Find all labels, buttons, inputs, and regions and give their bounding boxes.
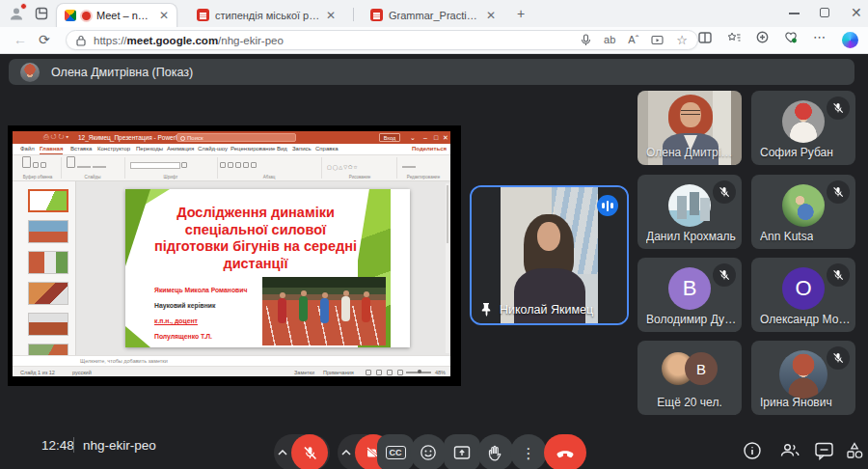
tab-title: стипендія міської ради.PDF [215,10,320,21]
participant-tile-irina[interactable]: Ірина Янович [751,341,855,415]
settings-more-icon[interactable]: ⋯ [813,31,826,43]
slide-author-line: Науковий керівник [154,302,215,309]
view-slideshow-icon [397,370,403,375]
slide-decoration [125,326,150,347]
slide-thumbnail-5 [28,313,68,336]
favorites-icon[interactable] [727,31,741,43]
back-icon[interactable]: ← [14,32,27,47]
window-minimize-button[interactable] [789,13,800,14]
participant-tile-ann[interactable]: Ann Kutsa [751,175,855,249]
more-options-button[interactable]: ⋮ [510,434,547,469]
tab-close-icon[interactable]: ✕ [159,10,169,21]
browser-toolbar: ← ⟳ https://meet.google.com/nhg-ekir-peo… [0,27,868,54]
runner-figure [320,298,329,323]
split-screen-icon[interactable] [698,32,712,43]
profile-icon[interactable] [8,5,25,22]
pin-icon[interactable] [480,302,493,317]
voice-search-icon[interactable] [581,34,591,46]
participant-letter-avatar: О [782,267,825,310]
tab-meet[interactable]: Meet – nhg-ekir-peo ✕ [56,3,177,27]
participant-tile-overflow[interactable]: В Ещё 20 чел. [637,341,742,415]
video-enhance-icon[interactable] [651,35,664,45]
runner-figure [278,298,286,323]
view-sorter-icon [376,370,382,375]
end-call-button[interactable] [544,434,586,469]
participant-name: Олександр Мона... [760,313,852,326]
ppt-scrollbar [446,183,449,353]
present-button[interactable] [444,434,480,469]
new-tab-button[interactable]: + [517,6,525,21]
presenter-name: Олена Дмитрівна (Показ) [51,66,193,79]
pdf-icon [197,9,209,21]
call-controls: CC ⋮ 29 [0,431,868,469]
pdf-icon [370,9,383,21]
runner-figure [341,296,350,321]
ppt-group-editing: Редактирование [398,155,448,180]
slide-author-line: к.п.н., доцент [154,317,198,324]
participant-name: Ann Kutsa [760,230,813,243]
collections-icon[interactable] [756,31,769,43]
ppt-signin-button: Вход [379,133,400,142]
recording-indicator-icon [82,12,91,20]
ppt-group-font: Ж К Ч S ▵▿ 🖉 Шрифт [126,155,215,180]
ppt-tab-transitions: Переходы [136,146,163,152]
slide-thumbnail-3 [28,251,68,274]
participant-name: Олена Дмитрівна [646,146,738,159]
window-maximize-button[interactable] [820,8,829,17]
participant-tile-sofia[interactable]: София Рубан [751,91,855,165]
participant-tile-danil[interactable]: Данил Крохмаль [637,175,742,249]
language-indicator: русский [72,370,92,375]
screenshare-tile[interactable]: ⎙ ↺ ↻ ▾ 12_Якимец_Презентация - PowerPoi… [8,125,461,386]
mic-off-icon [827,180,850,204]
tab-strip: Meet – nhg-ekir-peo ✕ стипендія міської … [0,0,868,27]
pinned-video-tile[interactable]: Николай Якимец [470,185,629,325]
raise-hand-button[interactable] [477,434,514,469]
copilot-icon[interactable] [842,32,858,48]
favorite-page-icon[interactable]: ☆ [676,34,688,46]
person-body [514,268,585,325]
read-aloud-icon[interactable]: ab [604,35,615,45]
camera-options-chevron-icon[interactable] [338,450,355,455]
browser-essentials-icon[interactable] [784,31,798,43]
ppt-tab-home: Главная [40,146,63,154]
participant-tile-volodymyr[interactable]: В Володимир Дубо... [637,258,742,332]
ppt-tab-slideshow: Слайд-шоу [198,146,228,152]
address-bar[interactable]: https://meet.google.com/nhg-ekir-peo ab … [66,30,698,50]
powerpoint-window: ⎙ ↺ ↻ ▾ 12_Якимец_Презентация - PowerPoi… [13,131,450,376]
tab-pdf-1[interactable]: стипендія міської ради.PDF ✕ [189,3,343,27]
tab-pdf-2[interactable]: Grammar_Practice_for_Intermedi ✕ [363,3,503,27]
meeting-details-icon[interactable] [743,441,762,460]
ppt-ribbon-tabs: Файл Главная Вставка Конструктор Переход… [13,144,450,155]
activities-icon[interactable] [845,441,864,460]
ppt-tab-insert: Вставка [70,146,92,152]
participant-tile-olena[interactable]: Олена Дмитрівна [637,91,742,165]
ppt-titlebar: ⎙ ↺ ↻ ▾ 12_Якимец_Презентация - PowerPoi… [13,131,450,144]
overflow-count: Ещё 20 чел. [657,396,721,409]
chat-icon[interactable] [814,441,834,460]
reactions-button[interactable] [410,434,447,469]
tab-close-icon[interactable]: ✕ [486,10,496,21]
workspaces-icon[interactable] [35,7,48,20]
url-text: https://meet.google.com/nhg-ekir-peo [94,35,284,46]
text-size-icon[interactable]: Aˆ [628,35,638,45]
slide-thumbnail-1 [28,189,68,212]
people-panel-button[interactable]: 29 [775,431,804,464]
mic-off-icon [827,346,850,370]
lock-icon [76,35,86,46]
refresh-icon[interactable]: ⟳ [39,32,50,47]
tab-close-icon[interactable]: ✕ [326,10,336,21]
overflow-avatars: В [662,352,718,385]
captions-button[interactable]: CC [377,434,414,469]
window-close-button[interactable]: ✕ [851,5,862,20]
comments-toggle: Примечания [323,370,354,375]
view-reading-icon [387,370,393,375]
participant-tile-oleksandr[interactable]: О Олександр Мона... [751,258,855,332]
mic-off-button[interactable] [291,434,328,469]
mic-options-chevron-icon[interactable] [274,450,291,455]
ppt-quick-access-icons: ⎙ ↺ ↻ ▾ [43,133,68,141]
pinned-participant-name: Николай Якимец [500,303,593,317]
participant-avatar [779,350,827,399]
ppt-maximize-icon: □ [434,134,438,141]
slide-title: Дослідження динаміки спеціальної силової… [147,205,365,273]
slide-author-line: Полулященко Т.Л. [154,333,212,340]
